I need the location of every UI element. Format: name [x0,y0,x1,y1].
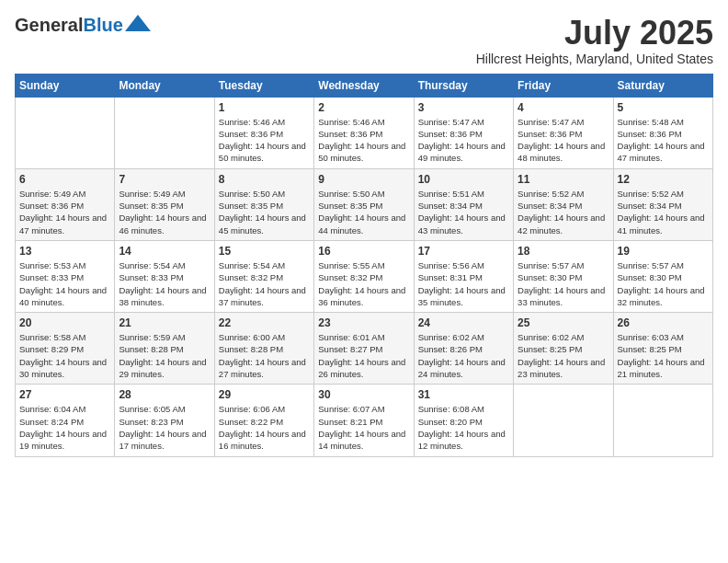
day-number: 10 [418,173,509,186]
calendar-cell: 8Sunrise: 5:50 AM Sunset: 8:35 PM Daylig… [214,168,313,240]
calendar-cell: 28Sunrise: 6:05 AM Sunset: 8:23 PM Dayli… [115,385,214,456]
calendar-week-row: 6Sunrise: 5:49 AM Sunset: 8:36 PM Daylig… [16,168,713,240]
calendar-cell: 7Sunrise: 5:49 AM Sunset: 8:35 PM Daylig… [115,168,214,240]
svg-marker-0 [125,15,151,31]
calendar-cell: 20Sunrise: 5:58 AM Sunset: 8:29 PM Dayli… [16,313,115,385]
day-info: Sunrise: 5:59 AM Sunset: 8:28 PM Dayligh… [119,331,210,380]
day-info: Sunrise: 5:48 AM Sunset: 8:36 PM Dayligh… [618,116,709,165]
day-info: Sunrise: 6:04 AM Sunset: 8:24 PM Dayligh… [19,403,110,452]
calendar-cell: 13Sunrise: 5:53 AM Sunset: 8:33 PM Dayli… [16,240,115,312]
day-info: Sunrise: 5:50 AM Sunset: 8:35 PM Dayligh… [318,188,409,236]
day-info: Sunrise: 5:58 AM Sunset: 8:29 PM Dayligh… [19,331,110,380]
day-number: 3 [418,101,509,114]
day-number: 25 [518,316,609,329]
calendar-cell: 16Sunrise: 5:55 AM Sunset: 8:32 PM Dayli… [314,240,414,312]
day-number: 24 [418,316,509,329]
day-number: 14 [119,245,210,258]
weekday-header-monday: Monday [115,74,214,97]
day-number: 9 [318,173,409,186]
day-info: Sunrise: 5:46 AM Sunset: 8:36 PM Dayligh… [219,116,310,165]
day-number: 26 [618,316,709,329]
calendar-cell: 19Sunrise: 5:57 AM Sunset: 8:30 PM Dayli… [613,240,712,312]
logo-text: GeneralBlue [15,15,123,36]
calendar-cell: 9Sunrise: 5:50 AM Sunset: 8:35 PM Daylig… [314,168,414,240]
calendar-cell: 27Sunrise: 6:04 AM Sunset: 8:24 PM Dayli… [16,385,115,456]
day-info: Sunrise: 5:52 AM Sunset: 8:34 PM Dayligh… [618,188,709,236]
day-info: Sunrise: 6:06 AM Sunset: 8:22 PM Dayligh… [219,403,310,452]
calendar-cell: 1Sunrise: 5:46 AM Sunset: 8:36 PM Daylig… [214,97,313,168]
day-number: 30 [318,388,409,401]
calendar-cell: 4Sunrise: 5:47 AM Sunset: 8:36 PM Daylig… [514,97,613,168]
day-number: 6 [19,173,110,186]
day-info: Sunrise: 6:02 AM Sunset: 8:25 PM Dayligh… [518,331,609,380]
day-number: 21 [119,316,210,329]
day-number: 8 [219,173,310,186]
weekday-header-tuesday: Tuesday [214,74,313,97]
calendar-cell: 22Sunrise: 6:00 AM Sunset: 8:28 PM Dayli… [214,313,313,385]
logo-icon [125,15,151,31]
calendar-cell: 3Sunrise: 5:47 AM Sunset: 8:36 PM Daylig… [414,97,513,168]
weekday-header-saturday: Saturday [613,74,712,97]
calendar-cell [514,385,613,456]
day-number: 11 [518,173,609,186]
calendar-week-row: 1Sunrise: 5:46 AM Sunset: 8:36 PM Daylig… [16,97,713,168]
location-subtitle: Hillcrest Heights, Maryland, United Stat… [476,52,713,66]
day-info: Sunrise: 5:56 AM Sunset: 8:31 PM Dayligh… [418,259,509,308]
day-info: Sunrise: 5:52 AM Sunset: 8:34 PM Dayligh… [518,188,609,236]
weekday-header-friday: Friday [514,74,613,97]
day-info: Sunrise: 5:57 AM Sunset: 8:30 PM Dayligh… [518,259,609,308]
day-number: 23 [318,316,409,329]
day-number: 27 [19,388,110,401]
day-info: Sunrise: 6:00 AM Sunset: 8:28 PM Dayligh… [219,331,310,380]
calendar-cell: 31Sunrise: 6:08 AM Sunset: 8:20 PM Dayli… [414,385,513,456]
calendar-cell: 5Sunrise: 5:48 AM Sunset: 8:36 PM Daylig… [613,97,712,168]
logo: GeneralBlue [15,15,151,36]
day-info: Sunrise: 6:08 AM Sunset: 8:20 PM Dayligh… [418,403,509,452]
day-info: Sunrise: 5:46 AM Sunset: 8:36 PM Dayligh… [318,116,409,165]
day-number: 31 [418,388,509,401]
day-number: 15 [219,245,310,258]
title-block: July 2025 Hillcrest Heights, Maryland, U… [476,15,713,66]
page-header: GeneralBlue July 2025 Hillcrest Heights,… [15,15,713,66]
weekday-header-row: SundayMondayTuesdayWednesdayThursdayFrid… [16,74,713,97]
calendar-cell: 2Sunrise: 5:46 AM Sunset: 8:36 PM Daylig… [314,97,414,168]
day-number: 7 [119,173,210,186]
calendar-cell: 26Sunrise: 6:03 AM Sunset: 8:25 PM Dayli… [613,313,712,385]
weekday-header-wednesday: Wednesday [314,74,414,97]
day-info: Sunrise: 5:49 AM Sunset: 8:36 PM Dayligh… [19,188,110,236]
day-info: Sunrise: 5:51 AM Sunset: 8:34 PM Dayligh… [418,188,509,236]
calendar-cell: 6Sunrise: 5:49 AM Sunset: 8:36 PM Daylig… [16,168,115,240]
day-info: Sunrise: 5:49 AM Sunset: 8:35 PM Dayligh… [119,188,210,236]
calendar-cell: 12Sunrise: 5:52 AM Sunset: 8:34 PM Dayli… [613,168,712,240]
day-number: 20 [19,316,110,329]
day-number: 1 [219,101,310,114]
day-info: Sunrise: 5:50 AM Sunset: 8:35 PM Dayligh… [219,188,310,236]
day-number: 12 [618,173,709,186]
day-number: 17 [418,245,509,258]
day-info: Sunrise: 5:47 AM Sunset: 8:36 PM Dayligh… [418,116,509,165]
calendar-week-row: 20Sunrise: 5:58 AM Sunset: 8:29 PM Dayli… [16,313,713,385]
calendar-cell: 18Sunrise: 5:57 AM Sunset: 8:30 PM Dayli… [514,240,613,312]
day-number: 19 [618,245,709,258]
calendar-cell [115,97,214,168]
calendar-week-row: 13Sunrise: 5:53 AM Sunset: 8:33 PM Dayli… [16,240,713,312]
calendar-cell: 29Sunrise: 6:06 AM Sunset: 8:22 PM Dayli… [214,385,313,456]
calendar-cell: 17Sunrise: 5:56 AM Sunset: 8:31 PM Dayli… [414,240,513,312]
day-info: Sunrise: 5:54 AM Sunset: 8:33 PM Dayligh… [119,259,210,308]
day-info: Sunrise: 5:57 AM Sunset: 8:30 PM Dayligh… [618,259,709,308]
calendar-week-row: 27Sunrise: 6:04 AM Sunset: 8:24 PM Dayli… [16,385,713,456]
day-info: Sunrise: 5:54 AM Sunset: 8:32 PM Dayligh… [219,259,310,308]
day-number: 5 [618,101,709,114]
calendar-cell: 23Sunrise: 6:01 AM Sunset: 8:27 PM Dayli… [314,313,414,385]
day-info: Sunrise: 6:07 AM Sunset: 8:21 PM Dayligh… [318,403,409,452]
weekday-header-sunday: Sunday [16,74,115,97]
month-title: July 2025 [476,15,713,52]
day-info: Sunrise: 6:03 AM Sunset: 8:25 PM Dayligh… [618,331,709,380]
day-info: Sunrise: 5:47 AM Sunset: 8:36 PM Dayligh… [518,116,609,165]
calendar-cell [16,97,115,168]
calendar-cell: 24Sunrise: 6:02 AM Sunset: 8:26 PM Dayli… [414,313,513,385]
calendar-cell: 14Sunrise: 5:54 AM Sunset: 8:33 PM Dayli… [115,240,214,312]
calendar-cell: 11Sunrise: 5:52 AM Sunset: 8:34 PM Dayli… [514,168,613,240]
calendar-cell: 21Sunrise: 5:59 AM Sunset: 8:28 PM Dayli… [115,313,214,385]
day-info: Sunrise: 6:02 AM Sunset: 8:26 PM Dayligh… [418,331,509,380]
